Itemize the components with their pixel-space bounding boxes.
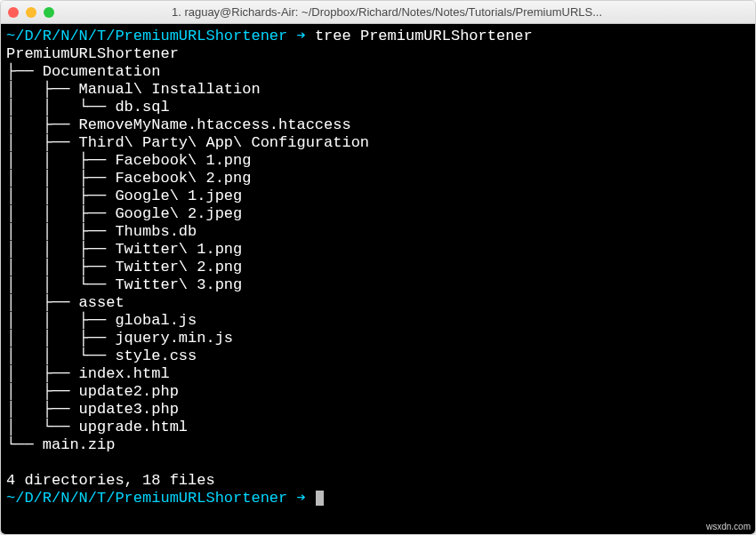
tree-line: │ │ ├── Twitter\ 1.png (6, 241, 242, 258)
traffic-lights (8, 7, 54, 18)
prompt-path: ~/D/R/N/N/T/PremiumURLShortener (6, 28, 287, 44)
tree-line: │ ├── update2.php (6, 383, 179, 400)
tree-line: │ │ ├── Google\ 2.jpeg (6, 205, 242, 222)
terminal-body[interactable]: ~/D/R/N/N/T/PremiumURLShortener ➔ tree P… (1, 24, 755, 534)
window-title: 1. raguay@Richards-Air: ~/Dropbox/Richar… (61, 5, 748, 19)
prompt-arrow: ➔ (296, 490, 305, 507)
tree-line: │ ├── index.html (6, 365, 170, 382)
prompt-path: ~/D/R/N/N/T/PremiumURLShortener (6, 490, 287, 507)
tree-line: ├── Documentation (6, 63, 160, 80)
tree-line: │ │ ├── Facebook\ 1.png (6, 152, 251, 169)
tree-line: │ │ └── style.css (6, 347, 197, 364)
titlebar: 1. raguay@Richards-Air: ~/Dropbox/Richar… (1, 1, 755, 24)
close-icon[interactable] (8, 7, 19, 18)
tree-line: └── main.zip (6, 436, 115, 453)
tree-line: │ ├── asset (6, 294, 125, 311)
minimize-icon[interactable] (26, 7, 36, 18)
tree-root: PremiumURLShortener (6, 45, 179, 62)
tree-line: │ └── upgrade.html (6, 419, 188, 435)
tree-line: │ │ ├── Facebook\ 2.png (6, 170, 251, 187)
tree-line: │ │ ├── Twitter\ 2.png (6, 259, 242, 275)
tree-line: │ ├── RemoveMyName.htaccess.htaccess (6, 116, 351, 133)
command-text: tree PremiumURLShortener (315, 28, 533, 44)
prompt-arrow: ➔ (296, 28, 305, 44)
tree-line: │ ├── Manual\ Installation (6, 81, 261, 98)
tree-line: │ │ ├── jquery.min.js (6, 330, 233, 347)
tree-line: │ │ └── db.sql (6, 99, 170, 116)
tree-line: │ │ ├── Google\ 1.jpeg (6, 188, 242, 204)
watermark: wsxdn.com (706, 522, 751, 531)
tree-line: │ │ ├── global.js (6, 312, 197, 329)
tree-line: │ │ └── Twitter\ 3.png (6, 276, 242, 293)
tree-summary: 4 directories, 18 files (6, 472, 215, 489)
tree-line: │ ├── Third\ Party\ App\ Configuration (6, 134, 369, 151)
tree-line: │ ├── update3.php (6, 401, 179, 418)
tree-line: │ │ ├── Thumbs.db (6, 223, 197, 240)
zoom-icon[interactable] (44, 7, 54, 18)
terminal-window: 1. raguay@Richards-Air: ~/Dropbox/Richar… (0, 0, 756, 535)
cursor-icon (316, 491, 324, 506)
